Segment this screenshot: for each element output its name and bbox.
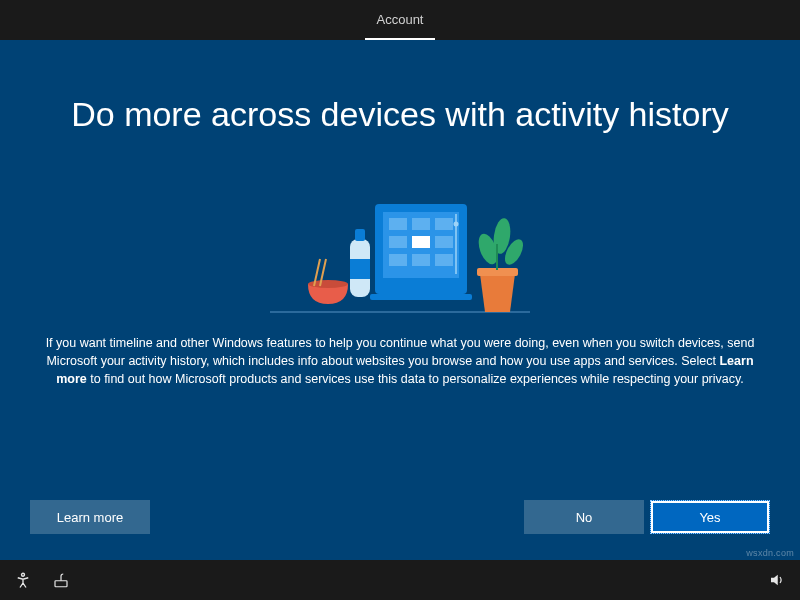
svg-rect-9 (370, 294, 472, 300)
svg-rect-14 (412, 236, 430, 248)
svg-point-26 (22, 573, 25, 576)
body-text: If you want timeline and other Windows f… (40, 334, 760, 388)
right-button-group: No Yes (524, 500, 770, 534)
svg-rect-6 (350, 259, 370, 279)
svg-rect-11 (412, 218, 430, 230)
svg-rect-13 (389, 236, 407, 248)
button-row: Learn more No Yes (30, 500, 770, 534)
keyboard-layout-icon[interactable] (52, 571, 70, 589)
svg-rect-12 (435, 218, 453, 230)
ease-of-access-icon[interactable] (14, 571, 32, 589)
learn-more-button[interactable]: Learn more (30, 500, 150, 534)
main-panel: Do more across devices with activity his… (0, 40, 800, 560)
body-text-post: to find out how Microsoft products and s… (87, 372, 744, 386)
activity-history-illustration (270, 164, 530, 314)
svg-point-20 (454, 222, 459, 227)
watermark: wsxdn.com (746, 548, 794, 558)
body-text-pre: If you want timeline and other Windows f… (46, 336, 755, 368)
tab-account[interactable]: Account (365, 0, 436, 40)
svg-rect-5 (355, 229, 365, 241)
svg-rect-16 (389, 254, 407, 266)
svg-rect-17 (412, 254, 430, 266)
yes-button[interactable]: Yes (650, 500, 770, 534)
bottombar (0, 560, 800, 600)
svg-rect-10 (389, 218, 407, 230)
svg-rect-27 (55, 581, 67, 587)
page-title: Do more across devices with activity his… (71, 95, 729, 134)
svg-rect-18 (435, 254, 453, 266)
svg-rect-15 (435, 236, 453, 248)
volume-icon[interactable] (768, 571, 786, 589)
topbar: Account (0, 0, 800, 40)
no-button[interactable]: No (524, 500, 644, 534)
